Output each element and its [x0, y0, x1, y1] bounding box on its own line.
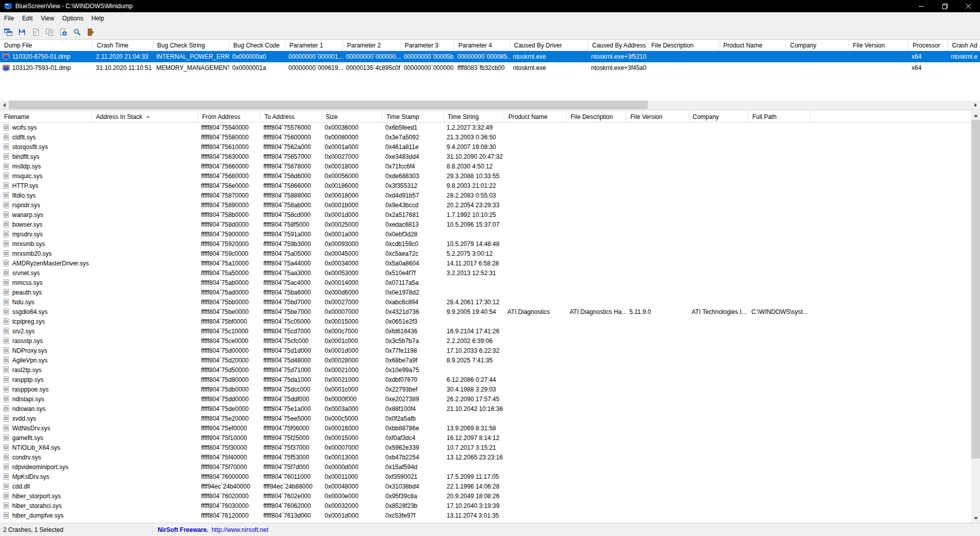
copy-button[interactable] [43, 26, 56, 38]
vscroll-thumb[interactable] [971, 120, 980, 458]
status-nirsoft-link[interactable]: http://www.nirsoft.net [211, 526, 268, 533]
table-row[interactable]: AgileVpn.sysfffff804`75d20000fffff804`75… [0, 355, 971, 365]
table-row[interactable]: cldflt.sysfffff804`75580000fffff804`7560… [0, 132, 971, 142]
menu-view[interactable]: View [37, 12, 58, 25]
column-header-crash-time[interactable]: Crash Time [93, 40, 153, 51]
column-header-address-in-stack[interactable]: Address In Stack [92, 111, 198, 122]
table-row[interactable]: 110320-6750-01.dmp2.11.2020 21:04:33INTE… [0, 51, 980, 62]
table-row[interactable]: rdpvideominiport.sysfffff804`75f70000fff… [0, 462, 971, 472]
table-row[interactable]: rasl2tp.sysfffff804`75d50000fffff804`75d… [0, 365, 971, 375]
upper-horizontal-scrollbar[interactable] [0, 101, 980, 109]
table-row[interactable]: Ndu.sysfffff804`75bb0000fffff804`75bd700… [0, 297, 971, 307]
column-header-size[interactable]: Size [322, 111, 382, 122]
column-header-filename[interactable]: Filename [0, 111, 92, 122]
column-header-file-description[interactable]: File Description [567, 111, 626, 122]
menu-edit[interactable]: Edit [18, 12, 37, 25]
table-row[interactable]: ssgdio64.sysfffff804`75be0000fffff804`75… [0, 307, 971, 316]
lower-vertical-scrollbar[interactable] [971, 111, 980, 523]
table-row[interactable]: ndiswan.sysfffff804`75de0000fffff804`75e… [0, 404, 971, 413]
table-row[interactable]: bindflt.sysfffff804`75630000fffff804`756… [0, 152, 971, 161]
table-row[interactable]: mmcss.sysfffff804`75ab0000fffff804`75ac4… [0, 278, 971, 287]
hscroll-thumb[interactable] [9, 101, 648, 109]
column-header-product-name[interactable]: Product Name [504, 111, 567, 122]
table-row[interactable]: srv2.sysfffff804`75c10000fffff804`75cd70… [0, 326, 971, 336]
column-header-file-version[interactable]: File Version [626, 111, 689, 122]
column-header-caused-by-driver[interactable]: Caused By Driver [510, 40, 588, 51]
table-row[interactable]: peauth.sysfffff804`75ad0000fffff804`75ba… [0, 287, 971, 297]
table-row[interactable]: hiber_storport.sysfffff804`76020000fffff… [0, 491, 971, 501]
hscroll-left-arrow[interactable] [0, 101, 9, 109]
minimize-button[interactable] [910, 0, 933, 12]
table-row[interactable]: AMDRyzenMasterDriver.sysfffff804`75a1000… [0, 258, 971, 268]
table-row[interactable]: rspndr.sysfffff804`75890000fffff804`758a… [0, 200, 971, 210]
column-header-time-stamp[interactable]: Time Stamp [382, 111, 444, 122]
table-row[interactable]: condrv.sysfffff804`75f40000fffff804`75f5… [0, 452, 971, 462]
filename-label: NTIOLib_X64.sys [12, 444, 60, 451]
cell-product-name [504, 161, 567, 171]
menu-file[interactable]: File [0, 12, 18, 25]
table-row[interactable]: raspptp.sysfffff804`75d80000fffff804`75d… [0, 375, 971, 384]
column-header-full-path[interactable]: Full Path [748, 111, 811, 122]
column-header-bug-check-string[interactable]: Bug Check String [153, 40, 229, 51]
table-row[interactable]: mrxsmb20.sysfffff804`759c0000fffff804`75… [0, 249, 971, 258]
close-button[interactable] [957, 0, 980, 12]
exit-button[interactable] [85, 26, 97, 38]
html-report-button[interactable] [57, 26, 69, 38]
maximize-button[interactable] [933, 0, 957, 12]
table-row[interactable]: NTIOLib_X64.sysfffff804`75f30000fffff804… [0, 443, 971, 452]
table-row[interactable]: wcifs.sysfffff804`75540000fffff804`75576… [0, 123, 971, 132]
column-header-to-address[interactable]: To Address [260, 111, 322, 122]
hscroll-right-arrow[interactable] [971, 101, 980, 109]
table-row[interactable]: wanarp.sysfffff804`758b0000fffff804`758c… [0, 210, 971, 220]
table-row[interactable]: rassstp.sysfffff804`75ce0000fffff804`75c… [0, 336, 971, 346]
column-header-file-version[interactable]: File Version [849, 40, 909, 51]
table-row[interactable]: hiber_dumpfve.sysfffff804`76120000fffff8… [0, 510, 971, 520]
column-header-company[interactable]: Company [786, 40, 849, 51]
save-button[interactable] [16, 26, 28, 38]
column-header-company[interactable]: Company [689, 111, 748, 122]
column-header-bug-check-code[interactable]: Bug Check Code [229, 40, 285, 51]
column-header-crash-ad[interactable]: Crash Ad... [948, 40, 977, 51]
column-header-parameter-2[interactable]: Parameter 2 [343, 40, 401, 51]
table-row[interactable]: cdd.dllffff94ec`24b40000ffff94ec`24b8800… [0, 481, 971, 491]
table-row[interactable]: mslldp.sysfffff804`75660000fffff804`7567… [0, 161, 971, 171]
column-header-processor[interactable]: Processor [909, 40, 948, 51]
table-row[interactable]: hiber_storahci.sysfffff804`76030000fffff… [0, 501, 971, 510]
table-row[interactable]: gameflt.sysfffff804`75f10000fffff804`75f… [0, 433, 971, 443]
column-header-parameter-3[interactable]: Parameter 3 [401, 40, 454, 51]
table-row[interactable]: NDProxy.sysfffff804`75d00000fffff804`75d… [0, 346, 971, 355]
table-row[interactable]: raspppoe.sysfffff804`75db0000fffff804`75… [0, 384, 971, 394]
advanced-options-button[interactable] [2, 26, 14, 38]
table-row[interactable]: ndistapi.sysfffff804`75dd0000fffff804`75… [0, 394, 971, 404]
table-row[interactable]: 103120-7593-01.dmp31.10.2020 11:10:51MEM… [0, 62, 980, 74]
column-header-from-address[interactable]: From Address [198, 111, 260, 122]
column-header-time-string[interactable]: Time String [444, 111, 504, 122]
column-header-file-description[interactable]: File Description [647, 40, 719, 51]
menu-options[interactable]: Options [58, 12, 87, 25]
column-header-parameter-4[interactable]: Parameter 4 [454, 40, 510, 51]
table-row[interactable]: xvdd.sysfffff804`75e20000fffff804`75ee50… [0, 413, 971, 423]
column-header-caused-by-address[interactable]: Caused By Address [588, 40, 647, 51]
properties-button[interactable] [30, 26, 42, 38]
table-row[interactable]: srvnet.sysfffff804`75a50000fffff804`75aa… [0, 268, 971, 278]
column-header-product-name[interactable]: Product Name [719, 40, 786, 51]
table-row[interactable]: msquic.sysfffff804`75680000fffff804`756d… [0, 171, 971, 181]
cell-time-string [444, 365, 504, 375]
find-button[interactable] [71, 26, 83, 38]
table-row[interactable]: tcpipreg.sysfffff804`75bf0000fffff804`75… [0, 316, 971, 326]
cell-to-address: fffff804`75be7000 [260, 307, 322, 316]
table-row[interactable]: HTTP.sysfffff804`756e0000fffff804`758660… [0, 181, 971, 190]
column-header-parameter-1[interactable]: Parameter 1 [285, 40, 343, 51]
table-row[interactable]: mrxsmb.sysfffff804`75920000fffff804`759b… [0, 239, 971, 249]
table-row[interactable]: lltdio.sysfffff804`75870000fffff804`7588… [0, 190, 971, 200]
column-header-label: Product Name [723, 42, 763, 49]
table-row[interactable]: WdNisDrv.sysfffff804`75ef0000fffff804`75… [0, 423, 971, 433]
menu-help[interactable]: Help [87, 12, 108, 25]
vscroll-up-arrow[interactable] [971, 111, 980, 120]
vscroll-down-arrow[interactable] [971, 514, 980, 523]
table-row[interactable]: storqosflt.sysfffff804`75610000fffff804`… [0, 142, 971, 152]
table-row[interactable]: bowser.sysfffff804`758d0000fffff804`758f… [0, 220, 971, 229]
table-row[interactable]: MpKslDrv.sysfffff804`76000000fffff804`76… [0, 472, 971, 481]
column-header-dump-file[interactable]: Dump File [0, 40, 93, 51]
table-row[interactable]: mpsdrv.sysfffff804`75900000fffff804`7591… [0, 229, 971, 239]
